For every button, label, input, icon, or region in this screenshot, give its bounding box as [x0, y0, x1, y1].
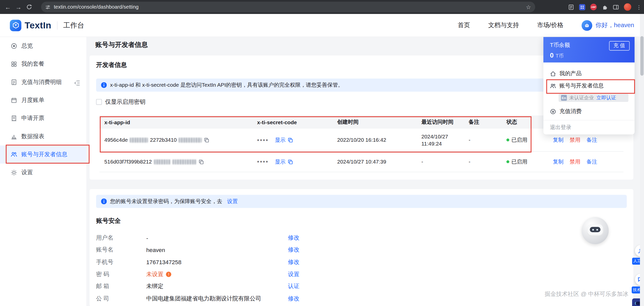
modify-account-name-link[interactable]: 修改 [288, 246, 299, 254]
sidebar-item-settings[interactable]: 设置 [0, 164, 86, 182]
site-settings-icon[interactable] [45, 4, 50, 10]
secret-cell: **** 显示 [252, 136, 332, 144]
nav-docs-support[interactable]: 文档与支持 [488, 21, 519, 29]
sidebar-item-label: 充值与消费明细 [21, 79, 62, 86]
forward-icon[interactable]: → [13, 2, 24, 12]
copy-icon[interactable] [288, 137, 293, 143]
status-enabled-dot [506, 138, 509, 141]
col-last-visit: 最近访问时间 [416, 118, 464, 126]
nav-home[interactable]: 首页 [458, 21, 470, 29]
last-visit-cell: 2024/10/2711:49:24 [416, 133, 464, 147]
app-header: TextIn 工作台 首页 文档与支持 市场/价格 你好，heaven [0, 14, 644, 37]
disable-action[interactable]: 禁用 [570, 158, 580, 165]
redacted-segment [154, 159, 170, 164]
show-enabled-only-checkbox[interactable]: 仅显示启用密钥 [96, 98, 145, 105]
password-notice-banner: 您的账号未设置登录密码，为保障账号安全，去 设置 [96, 195, 627, 208]
remark-cell: - [464, 137, 501, 143]
copy-action[interactable]: 复制 [553, 158, 563, 165]
browser-profile-avatar[interactable] [624, 3, 631, 11]
checkbox-icon[interactable] [96, 99, 102, 105]
nav-market-pricing[interactable]: 市场/价格 [537, 21, 563, 29]
document-icon [11, 79, 17, 85]
modify-username-link[interactable]: 修改 [288, 234, 299, 242]
robot-mascot [582, 217, 609, 244]
secret-cell: **** 显示 [252, 158, 332, 166]
screenshot-root: ← → textin.com/console/dashboard/setting… [0, 0, 644, 306]
apps-extension-icon[interactable] [579, 4, 585, 10]
sidebar-item-label: 我的套餐 [21, 60, 44, 68]
recharge-button[interactable]: 充 值 [609, 41, 630, 50]
scrollbar-thumb[interactable] [640, 36, 643, 76]
back-icon[interactable]: ← [3, 2, 13, 12]
copy-icon[interactable] [288, 159, 293, 165]
sidebar-item-label: 总览 [21, 42, 33, 50]
sidebar-item-my-plans[interactable]: 我的套餐 [0, 55, 86, 73]
account-security-form: 用户名 - 修改 账号名 heaven 修改 手机号 17671347258 修… [96, 232, 507, 305]
set-password-link[interactable]: 设置 [227, 198, 238, 205]
disable-action[interactable]: 禁用 [570, 136, 580, 143]
menu-item-account-developer-info[interactable]: 账号与开发者信息 [543, 80, 635, 92]
invoice-icon [11, 115, 17, 122]
sidebar-item-account-developer-info[interactable]: 账号与开发者信息 [0, 146, 86, 164]
header-divider [57, 21, 58, 29]
last-visit-cell: - [416, 159, 464, 165]
users-icon [550, 83, 556, 89]
page-scrollbar[interactable] [640, 14, 644, 306]
sidebar-item-recharge-details[interactable]: 充值与消费明细 [0, 73, 86, 91]
security-section-heading: 账号安全 [96, 217, 121, 225]
logout-button[interactable]: 退出登录 [543, 120, 635, 134]
watermark-text: 掘金技术社区 @ 中杯可乐多加冰 [545, 291, 629, 298]
copy-action[interactable]: 复制 [553, 136, 563, 143]
calendar-icon [11, 97, 17, 104]
verify-email-link[interactable]: 认证 [288, 283, 299, 290]
verify-now-link[interactable]: 立即认证 [596, 94, 616, 101]
logo-text[interactable]: TextIn [25, 20, 51, 31]
reading-list-icon[interactable] [568, 4, 574, 10]
url-text[interactable]: textin.com/console/dashboard/setting [54, 4, 522, 10]
sidebar-collapse-icon[interactable] [74, 80, 81, 86]
address-bar[interactable]: textin.com/console/dashboard/setting ☆ [41, 2, 535, 12]
users-icon [11, 151, 17, 158]
browser-menu-icon[interactable]: ⋮ [636, 4, 641, 10]
gear-icon [11, 169, 17, 176]
enterprise-badge-icon: En [561, 95, 567, 101]
remark-action[interactable]: 备注 [586, 158, 597, 165]
copy-icon[interactable] [204, 137, 210, 143]
workspace-label: 工作台 [63, 21, 84, 30]
sidebar-item-monthly-bill[interactable]: 月度账单 [0, 91, 86, 109]
user-avatar[interactable] [581, 20, 592, 31]
table-row: 516d03f7f399b8212 **** 显示 2024/10/27 10:… [99, 152, 623, 172]
coin-icon [550, 108, 556, 114]
copy-icon[interactable] [198, 159, 204, 165]
menu-item-my-products[interactable]: 我的产品 [543, 67, 635, 80]
remark-action[interactable]: 备注 [586, 136, 597, 143]
user-dropdown-panel: T币余额 充 值 0 T币 我的产品 账号与开发者信息 En 未认证企业 立即认… [543, 37, 635, 134]
show-secret-link[interactable]: 显示 [275, 136, 286, 143]
textin-logo-icon[interactable] [10, 20, 21, 31]
set-password-action-link[interactable]: 设置 [288, 271, 299, 278]
menu-item-recharge-consumption[interactable]: 充值消费 [543, 105, 635, 118]
form-row-phone: 手机号 17671347258 修改 [96, 256, 507, 268]
show-secret-link[interactable]: 显示 [275, 158, 286, 165]
bookmark-star-icon[interactable]: ☆ [526, 4, 531, 10]
sidebar-item-label: 账号与开发者信息 [21, 151, 67, 158]
modify-company-link[interactable]: 修改 [288, 295, 299, 302]
sidebar-item-invoice[interactable]: 申请开票 [0, 109, 86, 127]
sidebar-item-data-reports[interactable]: 数据报表 [0, 128, 86, 146]
form-row-account-name: 账号名 heaven 修改 [96, 244, 507, 256]
modify-phone-link[interactable]: 修改 [288, 259, 299, 266]
user-greeting[interactable]: 你好，heaven [595, 21, 634, 29]
sidebar-item-label: 申请开票 [21, 115, 44, 122]
puzzle-extensions-icon[interactable] [602, 4, 608, 10]
checkbox-label: 仅显示启用密钥 [105, 98, 145, 105]
chart-icon [11, 133, 17, 140]
form-row-password: 密 码 未设置 设置 [96, 268, 507, 280]
sidebar-item-overview[interactable]: 总览 [0, 37, 86, 55]
side-panel-icon[interactable] [613, 4, 619, 10]
form-row-email: 邮 箱 未绑定 认证 [96, 280, 507, 293]
adblock-icon[interactable]: ABP [590, 4, 597, 10]
user-menu-trigger[interactable]: 你好，heaven [581, 20, 634, 31]
sidebar-item-label: 设置 [21, 169, 33, 176]
col-app-id: x-ti-app-id [99, 119, 252, 125]
refresh-icon[interactable] [24, 2, 34, 12]
